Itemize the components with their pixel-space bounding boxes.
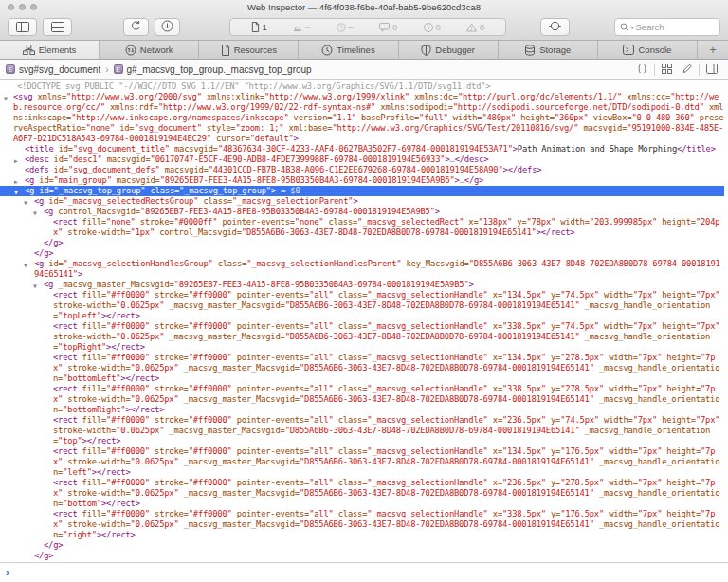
tab-storage[interactable]: Storage [499, 41, 598, 59]
dock-side-button[interactable] [8, 18, 37, 36]
dom-node[interactable]: ▼<svg xmlns="http://www.w3.org/2000/svg"… [0, 92, 724, 144]
attribute-name: class= [334, 446, 368, 456]
attribute-value: "none" [295, 217, 324, 227]
doctype-text: <!DOCTYPE svg PUBLIC "-//W3C//DTD SVG 1.… [17, 82, 490, 91]
dom-node[interactable]: <rect fill="#ff0000" stroke="#ff0000" po… [0, 478, 724, 509]
attribute-value: "_macsvg_selectionHandle" [367, 509, 487, 518]
status-value: 0 [436, 22, 441, 32]
tag-name: <title [25, 144, 54, 154]
tab-network[interactable]: Network [100, 41, 199, 59]
attribute-value: "#ff0000" [189, 478, 232, 487]
tag-name: <defs [25, 165, 48, 174]
dom-node[interactable]: <rect fill="#ff0000" stroke="#ff0000" po… [0, 290, 724, 321]
dom-node[interactable]: ▼<g id="_macsvg_selectionHandlesGroup" c… [0, 259, 724, 280]
attribute-value: "#ff0000" [106, 353, 150, 362]
attribute-value: "0.0625px" [131, 363, 179, 373]
attribute-name: y= [546, 384, 560, 393]
attribute-name: height= [657, 321, 696, 331]
dom-node[interactable]: <!DOCTYPE svg PUBLIC "-//W3C//DTD SVG 1.… [0, 82, 724, 92]
dom-node[interactable]: <defs id="svg_document_defs" macsvgid="4… [0, 165, 724, 175]
attribute-value: "78px" [527, 217, 556, 227]
status-time[interactable]: – [337, 22, 354, 32]
dom-node-selected[interactable]: ▼<g id="_macsvg_top_group" class="_macsv… [0, 186, 724, 196]
attribute-value: "134.5px" [502, 353, 546, 362]
attribute-value: "http://www.w3.org/1999/02/22-rdf-syntax… [158, 102, 375, 112]
dom-node[interactable]: ▼<g id="_macsvg_selectedRectsGroup" clas… [0, 196, 724, 207]
search-input[interactable] [636, 22, 702, 32]
element-picker-button[interactable] [540, 18, 570, 36]
dom-node[interactable]: ▶<desc id="desc1" macsvgid="06170747-E5C… [0, 155, 724, 165]
attribute-name: class= [334, 321, 368, 331]
tab-resources[interactable]: Resources [199, 41, 299, 59]
dom-node[interactable]: <rect fill="#ff0000" stroke="#ff0000" po… [0, 509, 724, 540]
status-warning-count[interactable]: 0 [466, 22, 484, 32]
closing-tag: </rect> [541, 227, 575, 237]
status-info-count[interactable]: 0 [424, 22, 441, 32]
disclosure-triangle-icon[interactable]: ▼ [4, 94, 8, 104]
status-doc-count[interactable]: 1 [251, 22, 267, 32]
alert-icon [293, 23, 302, 32]
dom-tree[interactable]: <!DOCTYPE svg PUBLIC "-//W3C//DTD SVG 1.… [0, 80, 728, 562]
window-chrome: Web Inspector — 4f64f038-f6be-40af-bab5-… [0, 0, 728, 41]
dom-node[interactable]: </g> [0, 248, 724, 259]
dom-node[interactable]: ▶<g id="main_group" macsvgid="89265EB7-F… [0, 175, 724, 186]
dom-node[interactable]: <title id="svg_document_title" macsvgid=… [0, 144, 724, 155]
dom-node[interactable]: <rect fill="#ff0000" stroke="#ff0000" po… [0, 446, 724, 478]
dom-node[interactable]: ▼<g _macsvg_master_Macsvgid="89265EB7-FE… [0, 280, 724, 290]
attribute-name: width= [604, 353, 638, 362]
info-circle-icon [424, 23, 433, 32]
element-icon: E [114, 64, 123, 74]
minimize-button[interactable] [19, 4, 26, 10]
tab-timelines[interactable]: Timelines [299, 41, 398, 59]
attribute-value: "#ff0000" [189, 415, 232, 425]
breadcrumb-item[interactable]: Eg#_macsvg_top_group._macsvg_top_group [114, 64, 312, 75]
status-alert-count[interactable]: – [293, 22, 310, 32]
attribute-value: "topLeft" [58, 311, 101, 320]
attribute-name: fill= [77, 290, 106, 300]
dock-bottom-button[interactable] [43, 18, 72, 36]
attribute-value: "http://www.w3.org/Graphics/SVG/Test/201… [332, 123, 578, 133]
search-field[interactable]: ▾ [614, 18, 720, 36]
edit-button[interactable] [677, 63, 697, 76]
attribute-value: "0.0625px" [116, 332, 164, 341]
attribute-value: "http://www.w3.org/2000/svg" [66, 92, 202, 101]
attribute-value: "_macsvg_selectionHandle" [367, 415, 487, 425]
tab-new-tab[interactable]: + [698, 41, 728, 59]
dom-node[interactable]: </g> [0, 238, 724, 248]
dom-node[interactable]: <rect fill="none" stroke="#0000ff" point… [0, 217, 724, 238]
titlebar[interactable]: Web Inspector — 4f64f038-f6be-40af-bab5-… [0, 0, 728, 14]
attribute-value: "7px" [638, 446, 662, 456]
attribute-name: x= [488, 415, 502, 425]
status-log-count[interactable]: 0 [379, 22, 397, 32]
attribute-value: "all" [309, 321, 333, 331]
attribute-value: "1.1" [332, 113, 355, 122]
layout-grid-button[interactable] [657, 63, 677, 76]
dom-node[interactable]: <rect fill="#ff0000" stroke="#ff0000" po… [0, 415, 724, 446]
sidebar-icon [706, 64, 718, 76]
tag-name: <rect [53, 353, 77, 362]
attribute-value: "7px" [638, 509, 662, 518]
tag-name: <rect [53, 321, 77, 331]
details-sidebar-button[interactable] [701, 63, 722, 76]
zoom-button[interactable] [30, 4, 37, 10]
dom-node[interactable]: </g> [0, 561, 724, 562]
tab-elements[interactable]: Elements [0, 41, 100, 59]
attribute-name: macsvgid= [578, 123, 627, 133]
attribute-value: "#ff0000" [189, 384, 232, 393]
dom-node[interactable]: ▼<g control_Macsvgid="89265EB7-FEE3-4A15… [0, 207, 724, 217]
dom-node[interactable]: <rect fill="#ff0000" stroke="#ff0000" po… [0, 353, 724, 384]
reload-button[interactable] [123, 18, 149, 36]
disclosure-triangle-icon[interactable]: ▼ [24, 261, 27, 271]
dom-node[interactable]: </g> [0, 551, 724, 561]
dom-node[interactable]: <rect fill="#ff0000" stroke="#ff0000" po… [0, 321, 724, 353]
close-button[interactable] [8, 4, 14, 10]
tab-console[interactable]: Console [598, 41, 698, 59]
tab-debugger[interactable]: Debugger [399, 41, 499, 59]
dom-node[interactable]: </g> [0, 540, 724, 551]
breadcrumb-item[interactable]: Esvg#svg_document [6, 64, 100, 75]
dom-node[interactable]: <rect fill="#ff0000" stroke="#ff0000" po… [0, 384, 724, 415]
tab-label: + [709, 44, 716, 57]
show-source-button[interactable] [632, 63, 652, 76]
quick-console[interactable]: › [0, 562, 728, 582]
download-button[interactable] [155, 18, 180, 36]
